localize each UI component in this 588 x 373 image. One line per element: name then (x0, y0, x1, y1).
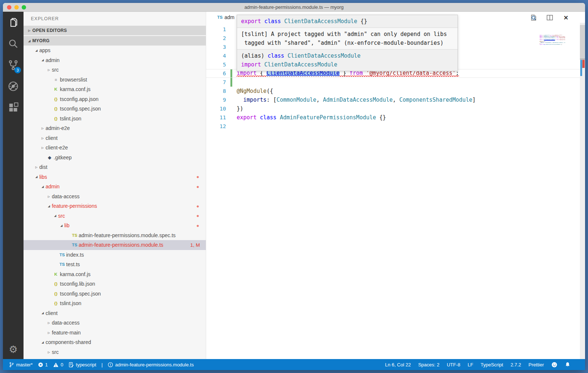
status-label: 2.7.2 (510, 362, 521, 367)
info-status-item[interactable]: admin-feature-permissions.module.ts (108, 362, 194, 367)
workspace-root-header[interactable]: ◢ MYORG (24, 36, 206, 46)
tree-item-libs[interactable]: ◢libs● (24, 172, 206, 182)
tree-item-apps[interactable]: ◢apps (24, 46, 206, 55)
chevron-down-icon[interactable]: ◢ (58, 224, 64, 227)
tree-item-src[interactable]: ◢src● (24, 211, 206, 221)
code-area[interactable]: 1import { CommonModule } from '@angular/… (206, 23, 585, 359)
tree-item-data-access[interactable]: ▹data-access (24, 318, 206, 328)
tree-item-admin[interactable]: ◢admin (24, 55, 206, 65)
minimap[interactable]: import { CommonModule } from '@angular/c… (539, 35, 565, 47)
chevron-right-icon[interactable]: ▹ (46, 194, 52, 199)
error-status-item[interactable]: 1 (38, 362, 48, 367)
tree-item-tslint-json[interactable]: {}tslint.json (24, 114, 206, 124)
code-line-11[interactable]: 11export class AdminFeaturePermissionsMo… (206, 113, 585, 122)
chevron-down-icon[interactable]: ◢ (40, 311, 46, 315)
warning-status-item[interactable]: 0 (53, 362, 63, 367)
tree-item-admin-feature-permissions-module-ts[interactable]: TSadmin-feature-permissions.module.ts1, … (24, 240, 206, 250)
chevron-right-icon[interactable]: ▹ (46, 67, 52, 72)
overview-ruler[interactable] (580, 23, 585, 359)
status-item[interactable]: LF (468, 362, 473, 367)
scrollbar-slider[interactable] (580, 25, 585, 59)
extensions-icon[interactable] (3, 97, 24, 118)
chevron-right-icon[interactable]: ▹ (40, 135, 46, 141)
tree-item-src[interactable]: ▹src (24, 65, 206, 75)
chevron-right-icon[interactable]: ▹ (46, 320, 52, 325)
tree-item--gitkeep[interactable]: ◆.gitkeep (24, 153, 206, 163)
status-item[interactable]: Ln 6, Col 22 (385, 362, 411, 367)
bell-icon (565, 362, 570, 367)
chevron-right-icon[interactable]: ▹ (46, 330, 52, 335)
chevron-right-icon[interactable]: ▹ (40, 145, 46, 150)
chevron-down-icon[interactable]: ◢ (40, 58, 46, 62)
explorer-icon[interactable] (3, 12, 24, 33)
close-editor-icon[interactable]: ✕ (562, 14, 570, 21)
ts-blue-file-icon: TS (58, 262, 66, 267)
zoom-window-button[interactable] (22, 5, 26, 10)
gear-icon[interactable]: ⚙ (3, 340, 24, 359)
tab-admin-feature-permissions[interactable]: TS adm (206, 14, 234, 20)
tree-item-dist[interactable]: ▹dist (24, 162, 206, 172)
code-line-9[interactable]: 9 imports: [CommonModule, AdminDataAcces… (206, 95, 585, 104)
tree-item-karma-conf-js[interactable]: Kkarma.conf.js (24, 269, 206, 279)
search-icon[interactable] (3, 33, 24, 54)
ts-yellow-file-icon: TS (71, 233, 79, 238)
tree-item-client-e2e[interactable]: ▹client-e2e (24, 143, 206, 153)
chevron-down-icon[interactable]: ◢ (33, 49, 39, 52)
code-line-8[interactable]: 8@NgModule({ (206, 87, 585, 95)
tree-item-src[interactable]: ▹src (24, 347, 206, 357)
tree-item-lib[interactable]: ◢lib● (24, 221, 206, 231)
status-item[interactable]: 2.7.2 (510, 362, 521, 367)
tree-item-client[interactable]: ◢client (24, 308, 206, 318)
tree-item-tsconfig-app-json[interactable]: {}tsconfig.app.json (24, 94, 206, 104)
status-item[interactable]: UTF-8 (447, 362, 460, 367)
status-item[interactable]: | (101, 362, 103, 367)
tree-item-tslint-json[interactable]: {}tslint.json (24, 298, 206, 308)
tree-item-components-shared[interactable]: ◢components-shared (24, 337, 206, 347)
code-line-7[interactable]: 7 (206, 78, 585, 87)
tree-item-index-ts[interactable]: TSindex.ts (24, 250, 206, 260)
minimize-window-button[interactable] (14, 5, 19, 10)
tree-item-browserslist[interactable]: ≡browserslist (24, 75, 206, 85)
lint-status-item[interactable]: typescript (68, 362, 96, 367)
split-editor-icon[interactable] (546, 14, 553, 21)
tree-item-label: client (46, 310, 58, 316)
tree-item-tsconfig-spec-json[interactable]: {}tsconfig.spec.json (24, 289, 206, 299)
chevron-right-icon[interactable]: ▹ (40, 126, 46, 131)
bell-status-item[interactable] (565, 362, 570, 367)
code-token: class (268, 52, 284, 59)
chevron-down-icon[interactable]: ◢ (52, 214, 58, 217)
tree-item-admin[interactable]: ◢admin● (24, 182, 206, 192)
tree-item-tsconfig-lib-json[interactable]: {}tsconfig.lib.json (24, 279, 206, 289)
open-changes-icon[interactable] (530, 14, 537, 21)
tree-item-feature-main[interactable]: ▹feature-main (24, 328, 206, 338)
status-item[interactable]: Prettier (528, 362, 544, 367)
line-number: 9 (206, 97, 226, 103)
chevron-right-icon[interactable]: ▹ (33, 164, 39, 170)
tree-item-karma-conf-js[interactable]: Kkarma.conf.js (24, 84, 206, 94)
branch-status-item[interactable]: master* (9, 362, 33, 367)
chevron-down-icon[interactable]: ◢ (33, 175, 39, 178)
code-line-10[interactable]: 10}) (206, 104, 585, 113)
tree-item-admin-feature-permissions-module-spec-ts[interactable]: TSadmin-feature-permissions.module.spec.… (24, 231, 206, 240)
chevron-right-icon[interactable]: ▹ (46, 350, 52, 355)
tree-item-tsconfig-spec-json[interactable]: {}tsconfig.spec.json (24, 104, 206, 114)
chevron-down-icon[interactable]: ◢ (40, 341, 46, 344)
status-label: 0 (61, 362, 63, 367)
tree-item-data-access[interactable]: ▹data-access (24, 192, 206, 202)
open-editors-header[interactable]: ▹ OPEN EDITORS (24, 26, 206, 35)
tree-item-feature-permissions[interactable]: ◢feature-permissions● (24, 201, 206, 211)
status-label: Ln 6, Col 22 (385, 362, 411, 367)
chevron-down-icon[interactable]: ◢ (40, 185, 46, 188)
tree-item-admin-e2e[interactable]: ▹admin-e2e (24, 123, 206, 133)
close-window-button[interactable] (7, 5, 11, 10)
status-item[interactable]: TypeScript (481, 362, 503, 367)
definition-link[interactable]: ClientDataAccessModule (544, 39, 555, 40)
chevron-down-icon[interactable]: ◢ (46, 204, 52, 208)
code-line-12[interactable]: 12 (206, 122, 585, 131)
source-control-icon[interactable]: 3 (3, 54, 24, 76)
smiley-status-item[interactable] (551, 362, 557, 368)
status-item[interactable]: Spaces: 2 (418, 362, 440, 367)
tree-item-test-ts[interactable]: TStest.ts (24, 260, 206, 269)
tree-item-client[interactable]: ▹client (24, 133, 206, 143)
debug-icon[interactable] (3, 76, 24, 97)
